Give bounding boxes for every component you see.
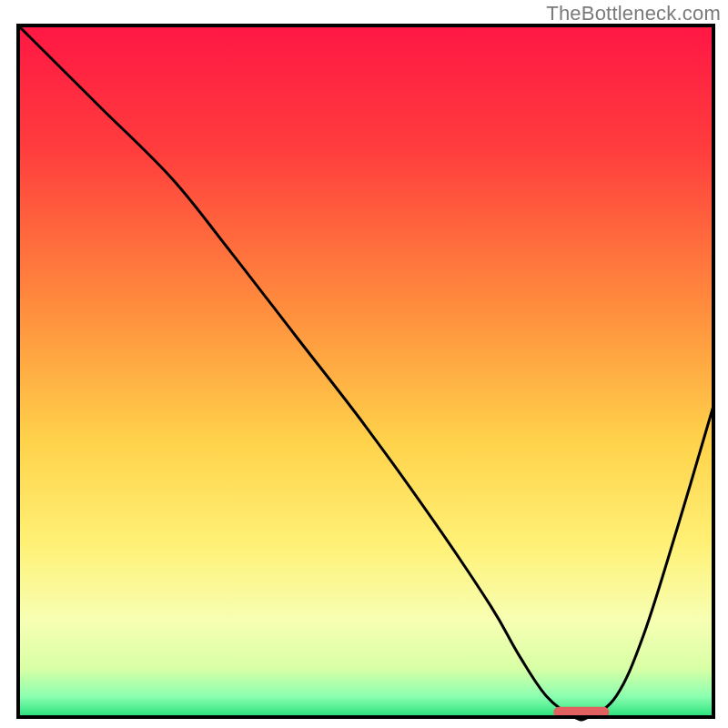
plot-area: [18, 25, 713, 720]
chart-stage: TheBottleneck.com: [0, 0, 728, 728]
bottleneck-plot: [0, 0, 728, 728]
